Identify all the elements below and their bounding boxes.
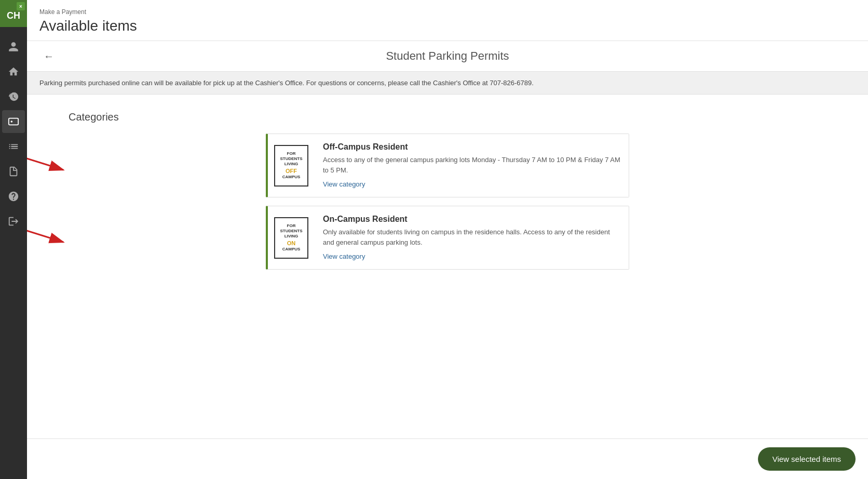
sidebar-item-history[interactable] <box>2 85 25 108</box>
section-header: ← Student Parking Permits <box>27 41 868 72</box>
svg-point-1 <box>11 121 13 123</box>
on-campus-image: FOR STUDENTS LIVING ON CAMPUS <box>268 206 315 269</box>
view-selected-button[interactable]: View selected items <box>758 447 856 471</box>
page-title: Available items <box>39 18 856 34</box>
breadcrumb: Make a Payment <box>39 8 856 16</box>
off-campus-description: Access to any of the general campus park… <box>323 155 620 175</box>
on-campus-view-link[interactable]: View category <box>323 252 365 260</box>
info-banner: Parking permits purchased online can wil… <box>27 72 868 95</box>
section-title: Student Parking Permits <box>386 49 509 63</box>
off-campus-annotation: FOR STUDENTS LIVING OFF CAMPUS Off-Campu… <box>69 134 826 197</box>
sidebar-item-home[interactable] <box>2 60 25 83</box>
off-campus-image: FOR STUDENTS LIVING OFF CAMPUS <box>268 134 315 197</box>
page-footer: View selected items <box>27 438 868 479</box>
off-campus-view-link[interactable]: View category <box>323 180 365 188</box>
svg-line-5 <box>27 216 63 242</box>
on-campus-description: Only available for students living on ca… <box>323 227 620 247</box>
sidebar-navigation <box>2 27 25 479</box>
main-content: Make a Payment Available items ← Student… <box>27 0 868 479</box>
sidebar: × CH <box>0 0 27 479</box>
sidebar-item-profile[interactable] <box>2 35 25 58</box>
categories-heading: Categories <box>69 111 826 123</box>
on-campus-card: FOR STUDENTS LIVING ON CAMPUS On-Campus … <box>266 206 629 270</box>
off-campus-card: FOR STUDENTS LIVING OFF CAMPUS Off-Campu… <box>266 134 629 197</box>
back-button[interactable]: ← <box>39 48 58 64</box>
sidebar-logo[interactable]: × CH <box>0 0 27 27</box>
sidebar-item-logout[interactable] <box>2 210 25 233</box>
on-campus-badge: FOR STUDENTS LIVING ON CAMPUS <box>274 217 308 259</box>
sidebar-item-help[interactable] <box>2 185 25 208</box>
on-campus-content: On-Campus Resident Only available for st… <box>315 206 629 269</box>
off-campus-badge: FOR STUDENTS LIVING OFF CAMPUS <box>274 145 308 187</box>
app-header: Make a Payment Available items <box>27 0 868 41</box>
content-area: Categories FOR STUDENTS LIVING <box>27 95 868 438</box>
arrow-annotation-2 <box>27 206 74 258</box>
on-campus-name: On-Campus Resident <box>323 215 620 224</box>
svg-rect-0 <box>9 118 18 125</box>
sidebar-item-documents[interactable] <box>2 160 25 183</box>
sidebar-item-list[interactable] <box>2 135 25 158</box>
close-icon[interactable]: × <box>17 2 25 10</box>
off-campus-content: Off-Campus Resident Access to any of the… <box>315 134 629 197</box>
off-campus-name: Off-Campus Resident <box>323 142 620 152</box>
arrow-annotation-1 <box>27 134 74 185</box>
on-campus-annotation: FOR STUDENTS LIVING ON CAMPUS On-Campus … <box>69 206 826 270</box>
logo-text: CH <box>7 11 20 20</box>
svg-line-3 <box>27 144 63 170</box>
sidebar-item-id-card[interactable] <box>2 110 25 133</box>
